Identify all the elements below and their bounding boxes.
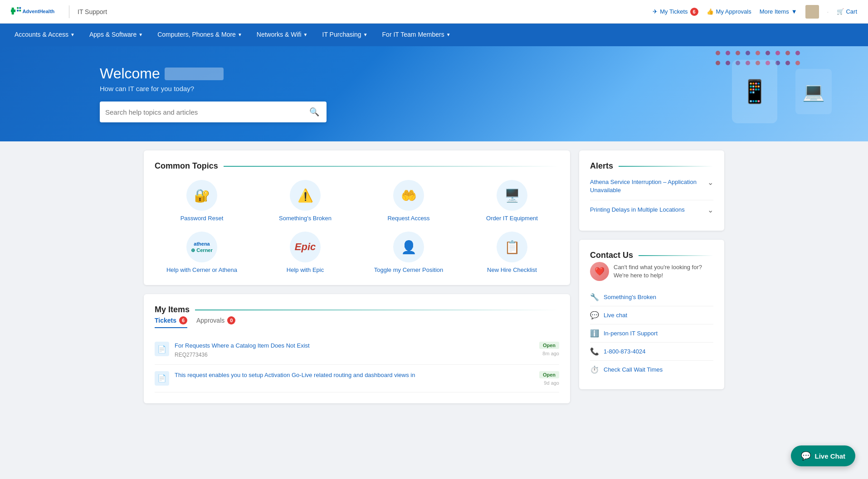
alert-chevron-icon-2: ⌄	[707, 206, 713, 214]
contact-link-phone[interactable]: 📞 1-800-873-4024	[590, 343, 713, 361]
alert-title-2: Printing Delays in Multiple Locations	[590, 206, 704, 214]
ticket-title-2: This request enables you to setup Activa…	[175, 371, 534, 379]
somethings-broken-icon: ⚠️	[290, 180, 321, 211]
status-badge-2: Open	[539, 371, 559, 378]
table-row[interactable]: 📄 This request enables you to setup Acti…	[155, 365, 559, 392]
list-item[interactable]: Printing Delays in Multiple Locations ⌄	[590, 200, 713, 220]
nav-item-accounts-access[interactable]: Accounts & Access ▼	[7, 24, 82, 46]
my-items-tabs: Tickets 6 Approvals 0	[155, 316, 559, 328]
new-hire-icon: 📋	[497, 232, 527, 262]
top-header: AdventHealth IT Support ✈ My Tickets 6 👍…	[0, 0, 868, 24]
svg-point-3	[17, 10, 19, 11]
tickets-plane-icon: ✈	[653, 8, 658, 15]
contact-link-broken[interactable]: 🔧 Something's Broken	[590, 288, 713, 306]
contact-link-in-person[interactable]: ℹ️ In-person IT Support	[590, 324, 713, 343]
alerts-list: Athena Service Interruption – Applicatio…	[590, 173, 713, 220]
hero-subtitle: How can IT care for you today?	[100, 85, 327, 92]
topic-item-help-cerner-athena[interactable]: athena ⊕ Cerner Help with Cerner or Athe…	[155, 232, 249, 274]
contact-links: 🔧 Something's Broken 💬 Live chat ℹ️ In-p…	[590, 288, 713, 378]
topic-item-password-reset[interactable]: 🔐 Password Reset	[155, 180, 249, 223]
svg-rect-1	[11, 9, 15, 12]
my-items-underline	[195, 310, 559, 310]
my-items-card: My Items Tickets 6 Approvals 0 📄 For Req…	[144, 294, 570, 403]
contact-us-card: Contact Us ❤️ Can't find what you're loo…	[579, 240, 724, 389]
topic-item-request-access[interactable]: 🤲 Request Access	[361, 180, 456, 223]
password-reset-label: Password Reset	[180, 214, 224, 223]
alert-header-2: Printing Delays in Multiple Locations ⌄	[590, 206, 713, 214]
clock-icon: ⏱️	[590, 365, 599, 374]
alerts-title: Alerts	[590, 161, 713, 171]
topic-item-toggle-cerner[interactable]: 👤 Toggle my Cerner Position	[361, 232, 456, 274]
advent-health-logo[interactable]: AdventHealth	[11, 4, 61, 20]
contact-us-underline	[639, 255, 713, 256]
hero-banner: Welcome How can IT care for you today? 🔍	[0, 46, 868, 141]
topic-item-new-hire-checklist[interactable]: 📋 New Hire Checklist	[465, 232, 559, 274]
search-bar: 🔍	[100, 102, 327, 122]
nav-purchasing-chevron-icon: ▼	[363, 32, 368, 37]
search-input[interactable]	[105, 108, 307, 116]
nav-item-it-purchasing[interactable]: IT Purchasing ▼	[315, 24, 375, 46]
more-items-button[interactable]: More Items ▼	[760, 8, 797, 15]
search-button[interactable]: 🔍	[307, 105, 321, 119]
contact-link-wait-times[interactable]: ⏱️ Check Call Wait Times	[590, 361, 713, 378]
cerner-athena-label: Help with Cerner or Athena	[166, 266, 237, 274]
ticket-icon-2: 📄	[155, 371, 169, 386]
search-icon: 🔍	[309, 107, 319, 116]
new-hire-label: New Hire Checklist	[487, 266, 537, 274]
alerts-underline	[619, 166, 713, 167]
order-equipment-icon: 🖥️	[497, 180, 527, 211]
right-column: Alerts Athena Service Interruption – App…	[579, 150, 724, 412]
my-items-title: My Items	[155, 305, 559, 314]
it-support-label: IT Support	[78, 8, 107, 15]
topic-item-order-it-equipment[interactable]: 🖥️ Order IT Equipment	[465, 180, 559, 223]
tab-approvals[interactable]: Approvals 0	[196, 316, 235, 328]
header-dot-separator: ·	[827, 8, 829, 15]
nav-item-for-it-team[interactable]: For IT Team Members ▼	[375, 24, 458, 46]
ticket-meta-2: Open 9d ago	[539, 371, 559, 386]
ticket-meta-1: Open 8m ago	[539, 342, 559, 356]
svg-text:AdventHealth: AdventHealth	[22, 9, 54, 14]
ticket-list: 📄 For Requests Where a Catalog Item Does…	[155, 335, 559, 392]
my-approvals-button[interactable]: 👍 My Approvals	[707, 8, 751, 15]
logo-area: AdventHealth IT Support	[11, 4, 107, 20]
contact-link-live-chat[interactable]: 💬 Live chat	[590, 306, 713, 324]
tab-tickets[interactable]: Tickets 6	[155, 316, 187, 328]
nav-item-networks-wifi[interactable]: Networks & Wifi ▼	[249, 24, 315, 46]
contact-us-title: Contact Us	[590, 251, 713, 260]
topic-item-somethings-broken[interactable]: ⚠️ Something's Broken	[258, 180, 352, 223]
phone-icon: 📞	[590, 347, 599, 356]
svg-point-4	[19, 7, 21, 9]
avatar[interactable]	[805, 5, 819, 19]
topic-item-help-epic[interactable]: Epic Help with Epic	[258, 232, 352, 274]
cerner-athena-icon: athena ⊕ Cerner	[186, 232, 217, 262]
table-row[interactable]: 📄 For Requests Where a Catalog Item Does…	[155, 335, 559, 364]
ticket-title-1: For Requests Where a Catalog Item Does N…	[175, 342, 534, 350]
common-topics-card: Common Topics 🔐 Password Reset ⚠️ Someth…	[144, 150, 570, 285]
cart-button[interactable]: 🛒 Cart	[837, 8, 857, 15]
contact-us-header: ❤️ Can't find what you're looking for? W…	[590, 262, 713, 281]
more-items-chevron-icon: ▼	[791, 8, 797, 15]
main-content: Common Topics 🔐 Password Reset ⚠️ Someth…	[117, 141, 751, 421]
ticket-icon-1: 📄	[155, 342, 169, 356]
common-topics-title: Common Topics	[155, 161, 559, 171]
time-ago-1: 8m ago	[542, 351, 559, 356]
tickets-count-badge: 6	[690, 8, 698, 16]
in-person-icon: ℹ️	[590, 329, 599, 338]
hero-welcome-heading: Welcome	[100, 65, 327, 82]
topics-grid: 🔐 Password Reset ⚠️ Something's Broken 🤲…	[155, 180, 559, 274]
logo-divider	[69, 5, 69, 18]
epic-label: Help with Epic	[287, 266, 324, 274]
nav-item-computers-phones[interactable]: Computers, Phones & More ▼	[150, 24, 249, 46]
list-item[interactable]: Athena Service Interruption – Applicatio…	[590, 173, 713, 200]
nav-item-apps-software[interactable]: Apps & Software ▼	[82, 24, 150, 46]
svg-point-2	[17, 7, 19, 9]
epic-icon: Epic	[290, 232, 321, 262]
ticket-body-1: For Requests Where a Catalog Item Does N…	[175, 342, 534, 358]
chat-icon: 💬	[590, 311, 599, 319]
nav-apps-chevron-icon: ▼	[138, 32, 143, 37]
my-tickets-button[interactable]: ✈ My Tickets 6	[653, 8, 698, 16]
somethings-broken-label: Something's Broken	[279, 214, 332, 223]
header-right: ✈ My Tickets 6 👍 My Approvals More Items…	[653, 5, 857, 19]
alerts-card: Alerts Athena Service Interruption – App…	[579, 150, 724, 231]
approvals-tab-badge: 0	[227, 316, 235, 324]
